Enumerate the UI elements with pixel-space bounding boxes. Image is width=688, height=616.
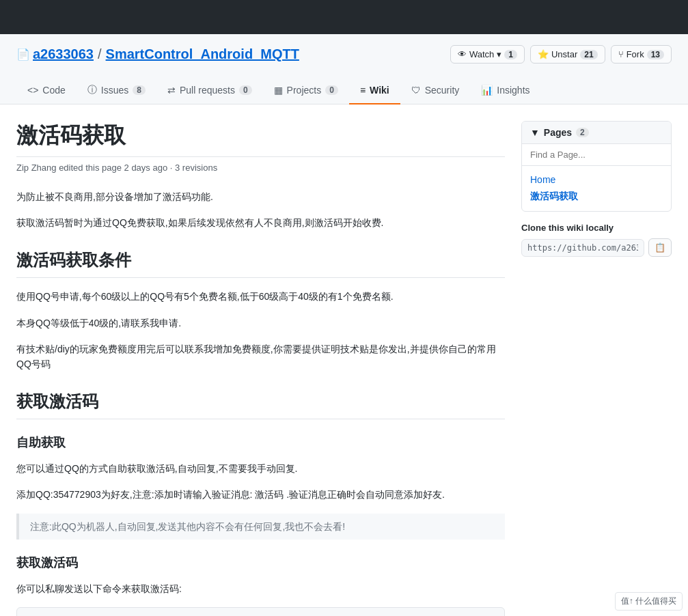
- clone-url-input[interactable]: [521, 239, 644, 257]
- wiki-page-title: 激活码获取: [16, 121, 505, 157]
- tab-wiki-label: Wiki: [370, 85, 389, 96]
- sidebar-pages-count: 2: [576, 128, 589, 137]
- repo-title-row: 📄 a2633063 / SmartControl_Android_MQTT 👁…: [16, 45, 672, 72]
- blockquote-text: 注意:此QQ为机器人,自动回复,发送其他内容不会有任何回复,我也不会去看!: [30, 521, 345, 532]
- fork-button[interactable]: ⑂ Fork 13: [611, 45, 672, 64]
- tab-projects-label: Projects: [287, 85, 322, 96]
- tab-pull-requests[interactable]: ⇄ Pull requests 0: [156, 77, 263, 104]
- tab-projects[interactable]: ▦ Projects 0: [263, 77, 349, 104]
- wiki-section2-sub1-p1: 您可以通过QQ的方式自助获取激活码,自动回复,不需要我手动回复.: [16, 461, 505, 476]
- watermark: 值↑ 什么值得买: [615, 592, 683, 611]
- tab-pr-label: Pull requests: [180, 85, 235, 96]
- main-container: 激活码获取 Zip Zhang edited this page 2 days …: [0, 104, 688, 616]
- code-icon: <>: [27, 85, 38, 96]
- pr-badge: 0: [239, 85, 252, 95]
- sidebar-pages-label: Pages: [544, 127, 572, 138]
- wiki-code-block: #设备类型#mac地址#: [16, 607, 505, 616]
- top-bar: [0, 0, 688, 34]
- wiki-section2-sub1-title: 自助获取: [16, 433, 505, 453]
- unstar-button[interactable]: ⭐ Unstar 21: [530, 45, 605, 64]
- issues-icon: ⓘ: [87, 84, 97, 96]
- chevron-down-icon: ▾: [497, 49, 501, 59]
- wiki-section2-title: 获取激活码: [16, 389, 505, 419]
- sidebar-pages-section: ▼ Pages 2 Home 激活码获取: [521, 121, 672, 212]
- fork-label: Fork: [627, 49, 644, 59]
- insights-icon: 📊: [481, 85, 493, 96]
- wiki-section1-p1: 使用QQ号申请,每个60级以上的QQ号有5个免费名额,低于60级高于40级的有1…: [16, 289, 505, 304]
- unstar-label: Unstar: [551, 49, 577, 59]
- watch-label: Watch: [469, 49, 494, 59]
- repo-owner-link[interactable]: a2633063: [33, 46, 94, 62]
- sidebar-search-input[interactable]: [522, 144, 671, 166]
- repo-header: 📄 a2633063 / SmartControl_Android_MQTT 👁…: [0, 34, 688, 104]
- wiki-body: 为防止被不良商用,部分设备增加了激活码功能. 获取激活码暂时为通过QQ免费获取,…: [16, 189, 505, 616]
- wiki-section2-sub1-p2: 添加QQ:354772903为好友,注意:添加时请输入验证消息: 激活码 .验证…: [16, 487, 505, 502]
- tab-code[interactable]: <> Code: [16, 77, 77, 104]
- projects-icon: ▦: [274, 85, 283, 96]
- wiki-meta: Zip Zhang edited this page 2 days ago · …: [16, 163, 505, 173]
- sidebar-link-home[interactable]: Home: [530, 171, 663, 188]
- wiki-section1-p3: 有技术贴/diy的玩家免费额度用完后可以联系我增加免费额度,你需要提供证明技术贴…: [16, 341, 505, 372]
- fork-icon: ⑂: [618, 49, 624, 59]
- tab-security[interactable]: 🛡 Security: [400, 77, 471, 104]
- star-icon: ⭐: [538, 49, 549, 59]
- watch-count: 1: [504, 50, 517, 59]
- wiki-blockquote: 注意:此QQ为机器人,自动回复,发送其他内容不会有任何回复,我也不会去看!: [16, 514, 505, 540]
- wiki-para-1: 为防止被不良商用,部分设备增加了激活码功能.: [16, 189, 505, 204]
- tab-insights-label: Insights: [497, 85, 529, 96]
- wiki-para-2: 获取激活码暂时为通过QQ免费获取,如果后续发现依然有人不良商用,则激活码开始收费…: [16, 215, 505, 230]
- nav-tabs: <> Code ⓘ Issues 8 ⇄ Pull requests 0 ▦ P…: [16, 77, 672, 104]
- chevron-pages-icon: ▼: [530, 127, 540, 138]
- tab-issues-label: Issues: [101, 85, 128, 96]
- repo-separator: /: [98, 46, 102, 62]
- wiki-section1-title: 激活码获取条件: [16, 247, 505, 278]
- projects-badge: 0: [325, 85, 338, 95]
- repo-icon: 📄: [16, 48, 30, 61]
- tab-security-label: Security: [425, 85, 460, 96]
- sidebar-pages-header: ▼ Pages 2: [522, 122, 671, 144]
- unstar-count: 21: [580, 50, 597, 59]
- watermark-text: 值↑ 什么值得买: [621, 596, 676, 606]
- copy-clone-url-button[interactable]: 📋: [648, 238, 672, 257]
- wiki-section2-sub2-p1: 你可以私聊发送以下命令来获取激活码:: [16, 581, 505, 596]
- clone-label: Clone this wiki locally: [521, 223, 672, 233]
- pr-icon: ⇄: [167, 85, 176, 96]
- repo-actions: 👁 Watch ▾ 1 ⭐ Unstar 21 ⑂ Fork 13: [450, 45, 672, 64]
- tab-insights[interactable]: 📊 Insights: [470, 77, 540, 104]
- sidebar-links: Home 激活码获取: [522, 166, 671, 211]
- tab-wiki[interactable]: ≡ Wiki: [349, 77, 400, 104]
- wiki-icon: ≡: [360, 85, 366, 96]
- repo-title: 📄 a2633063 / SmartControl_Android_MQTT: [16, 46, 299, 62]
- tab-code-label: Code: [42, 85, 65, 96]
- watch-button[interactable]: 👁 Watch ▾ 1: [450, 45, 525, 64]
- tab-issues[interactable]: ⓘ Issues 8: [77, 77, 156, 104]
- clone-input-row: 📋: [521, 238, 672, 257]
- sidebar-link-activation[interactable]: 激活码获取: [530, 188, 663, 206]
- wiki-section1-p2: 本身QQ等级低于40级的,请联系我申请.: [16, 316, 505, 331]
- clone-section: Clone this wiki locally 📋: [521, 223, 672, 257]
- issues-badge: 8: [133, 85, 146, 95]
- security-icon: 🛡: [411, 85, 421, 96]
- eye-icon: 👁: [458, 49, 467, 59]
- fork-count: 13: [647, 50, 664, 59]
- clipboard-icon: 📋: [655, 242, 665, 253]
- repo-name-link[interactable]: SmartControl_Android_MQTT: [106, 46, 299, 62]
- content-area: 激活码获取 Zip Zhang edited this page 2 days …: [16, 121, 505, 616]
- wiki-section2-sub2-title: 获取激活码: [16, 553, 505, 573]
- sidebar: ▼ Pages 2 Home 激活码获取 Clone this wiki loc…: [521, 121, 672, 616]
